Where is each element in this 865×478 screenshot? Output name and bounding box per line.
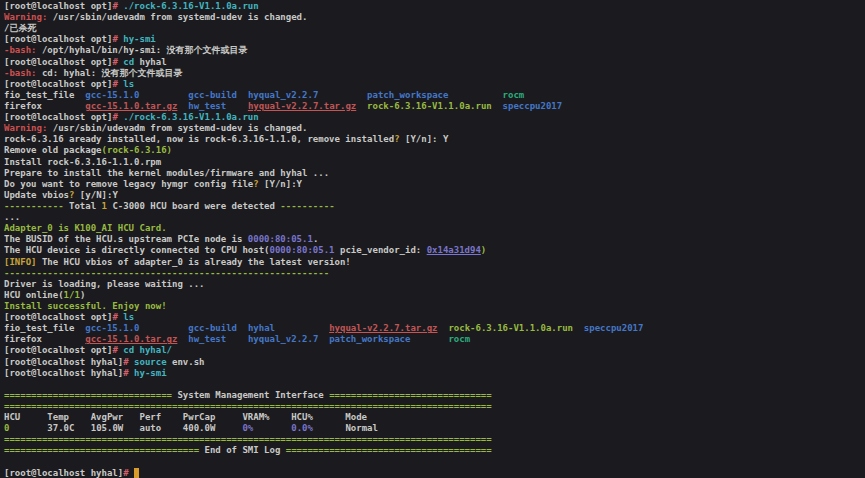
terminal-line: ... bbox=[4, 212, 865, 223]
terminal-line: [root@localhost opt]# hy-smi bbox=[4, 34, 865, 45]
terminal-line: rock-6.3.16 aready installed, now is roc… bbox=[4, 134, 865, 145]
terminal-line: [root@localhost hyhal]# source env.sh bbox=[4, 357, 865, 368]
terminal-line: [INFO] The HCU vbios of adapter_0 is alr… bbox=[4, 257, 865, 268]
terminal-line bbox=[4, 379, 865, 390]
terminal-line: -bash: cd: hyhal: 没有那个文件或目录 bbox=[4, 68, 865, 79]
terminal-line: ========================================… bbox=[4, 401, 865, 412]
terminal-line: Remove old package(rock-6.3.16) bbox=[4, 145, 865, 156]
terminal-line: Warning: /usr/sbin/udevadm from systemd-… bbox=[4, 12, 865, 23]
terminal-line: ========================================… bbox=[4, 434, 865, 445]
terminal-line: [root@localhost hyhal]# bbox=[4, 468, 865, 478]
terminal-line: HCU Temp AvgPwr Perf PwrCap VRAM% HCU% M… bbox=[4, 412, 865, 423]
terminal-line: ----------------------------------------… bbox=[4, 268, 865, 279]
terminal-line: ----------- Total 1 C-3000 HCU board wer… bbox=[4, 201, 865, 212]
terminal-cursor bbox=[134, 468, 139, 478]
terminal-line: [root@localhost opt]# ls bbox=[4, 312, 865, 323]
terminal[interactable]: [root@localhost opt]# ./rock-6.3.16-V1.1… bbox=[0, 0, 865, 478]
terminal-line: [root@localhost opt]# ls bbox=[4, 79, 865, 90]
terminal-line: 0 37.0C 105.0W auto 400.0W 0% 0.0% Norma… bbox=[4, 423, 865, 434]
terminal-line: [root@localhost opt]# ./rock-6.3.16-V1.1… bbox=[4, 112, 865, 123]
terminal-line: fio_test_file gcc-15.1.0 gcc-build hyhal… bbox=[4, 323, 865, 334]
terminal-line: [root@localhost opt]# ./rock-6.3.16-V1.1… bbox=[4, 1, 865, 12]
terminal-line: Prepare to install the kernel modules/fi… bbox=[4, 168, 865, 179]
terminal-line: fio_test_file gcc-15.1.0 gcc-build hyqua… bbox=[4, 90, 865, 101]
terminal-line: HCU online(1/1) bbox=[4, 290, 865, 301]
terminal-line: [root@localhost opt]# cd hyhal bbox=[4, 57, 865, 68]
terminal-line: Do you want to remove legacy hymgr confi… bbox=[4, 179, 865, 190]
terminal-line: -bash: /opt/hyhal/bin/hy-smi: 没有那个文件或目录 bbox=[4, 45, 865, 56]
terminal-line: Warning: /usr/sbin/udevadm from systemd-… bbox=[4, 123, 865, 134]
terminal-line: [root@localhost opt]# cd hyhal/ bbox=[4, 345, 865, 356]
terminal-line: firefox gcc-15.1.0.tar.gz hw_test hyqual… bbox=[4, 334, 865, 345]
terminal-line: Install rock-6.3.16-1.1.0.rpm bbox=[4, 157, 865, 168]
terminal-line: =============================== System M… bbox=[4, 390, 865, 401]
terminal-line: Update vbios? [y/N]:Y bbox=[4, 190, 865, 201]
terminal-line: ==================================== End… bbox=[4, 445, 865, 456]
terminal-line: /已杀死 bbox=[4, 23, 865, 34]
terminal-line: [root@localhost hyhal]# hy-smi bbox=[4, 368, 865, 379]
terminal-output: [root@localhost opt]# ./rock-6.3.16-V1.1… bbox=[4, 1, 865, 478]
terminal-line: Install successful. Enjoy now! bbox=[4, 301, 865, 312]
terminal-line bbox=[4, 456, 865, 467]
terminal-line: firefox gcc-15.1.0.tar.gz hw_test hyqual… bbox=[4, 101, 865, 112]
terminal-line: The HCU device is directly connected to … bbox=[4, 245, 865, 256]
terminal-line: Adapter_0 is K100_AI HCU Card. bbox=[4, 223, 865, 234]
terminal-line: The BUSID of the HCU.s upstream PCIe nod… bbox=[4, 234, 865, 245]
terminal-line: Driver is loading, please waiting ... bbox=[4, 279, 865, 290]
